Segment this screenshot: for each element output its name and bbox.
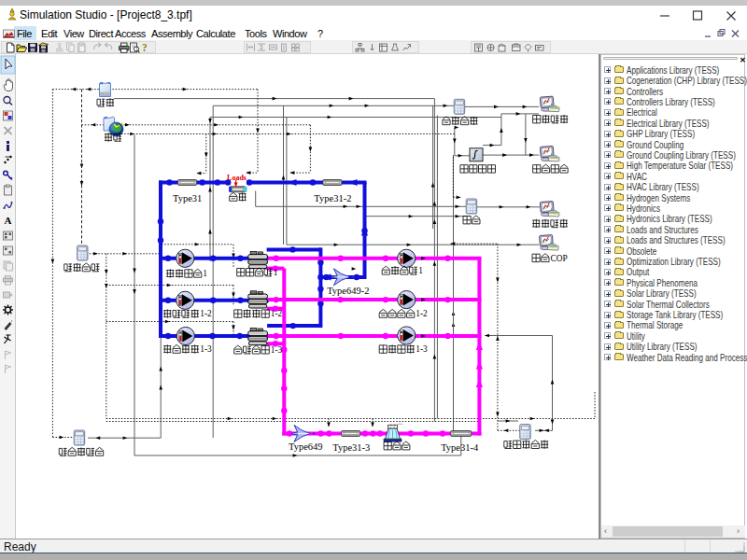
- svg-text:1-2: 1-2: [416, 309, 428, 318]
- svg-text:1: 1: [418, 266, 423, 275]
- svg-text:Type31-2: Type31-2: [314, 193, 351, 203]
- svg-text:1-3: 1-3: [416, 344, 428, 354]
- svg-text:1-3: 1-3: [271, 345, 283, 355]
- svg-text:Type31-4: Type31-4: [441, 442, 479, 453]
- svg-text:1-2: 1-2: [271, 309, 283, 318]
- svg-text:Type31: Type31: [173, 193, 202, 203]
- svg-text:USER: USER: [101, 92, 110, 96]
- svg-text:1: 1: [274, 268, 278, 277]
- svg-text:1: 1: [203, 269, 207, 278]
- svg-text:1-2: 1-2: [200, 309, 212, 318]
- svg-text:A: A: [5, 215, 12, 226]
- svg-text:COP: COP: [551, 254, 568, 263]
- svg-text:Type649: Type649: [289, 441, 323, 452]
- svg-text:?: ?: [142, 42, 148, 53]
- svg-text:1-3: 1-3: [200, 344, 212, 354]
- svg-text:Type31-3: Type31-3: [332, 442, 370, 453]
- svg-text:Type649-2: Type649-2: [327, 286, 369, 296]
- svg-text:Loads: Loads: [227, 174, 247, 182]
